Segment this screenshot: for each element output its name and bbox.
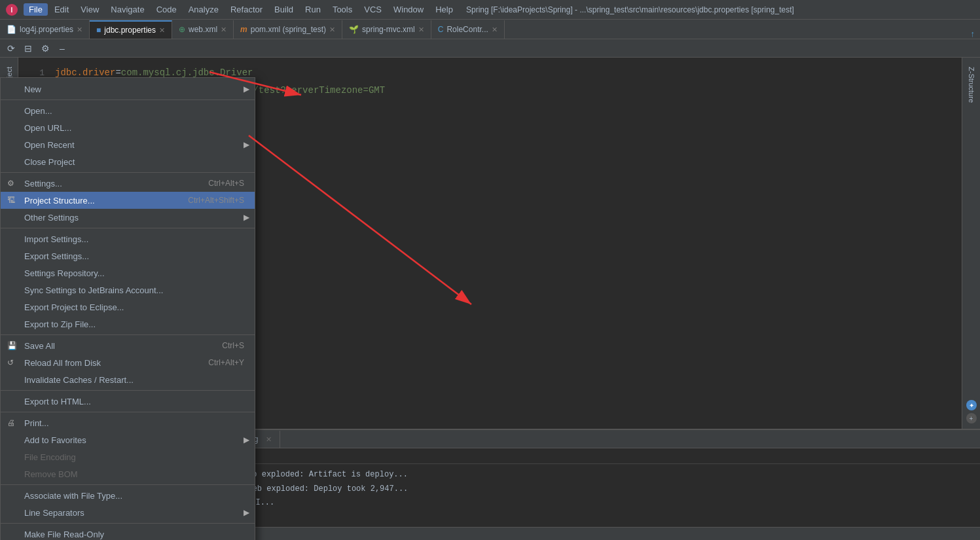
sync-icon[interactable]: ⟳ (4, 41, 18, 56)
tab-label-jdbc: jdbc.properties (104, 26, 156, 35)
settings-gear-icon[interactable]: ⚙ (38, 41, 52, 56)
menu-item-new[interactable]: New ▶ (1, 81, 255, 98)
menu-label-export-zip: Export to Zip File... (24, 319, 96, 329)
menu-window[interactable]: Window (388, 3, 429, 16)
menu-item-make-read-only[interactable]: Make File Read-Only (1, 526, 255, 540)
menu-item-export-eclipse[interactable]: Export Project to Eclipse... (1, 298, 255, 315)
menu-item-add-favorites[interactable]: Add to Favorites ▶ (1, 431, 255, 448)
menu-tools[interactable]: Tools (327, 3, 357, 16)
menu-item-project-structure[interactable]: 🏗 Project Structure... Ctrl+Alt+Shift+S (1, 192, 255, 209)
separator (1, 523, 255, 524)
menu-item-open-recent[interactable]: Open Recent ▶ (1, 136, 255, 153)
separator (1, 412, 255, 412)
tab-log4j[interactable]: 📄 log4j.properties ✕ (0, 20, 90, 39)
menu-navigate[interactable]: Navigate (105, 3, 149, 16)
menu-item-close-project[interactable]: Close Project (1, 153, 255, 170)
menu-item-invalidate[interactable]: Invalidate Caches / Restart... (1, 371, 255, 388)
shortcut-save-all: Ctrl+S (222, 341, 244, 350)
menu-label-settings: Settings... (24, 179, 62, 189)
main-area: 1:Project 1 jdbc.driver = com.mysql.cj.j… (0, 58, 980, 540)
plus-icon[interactable]: + (966, 413, 977, 423)
settings-icon: ⚙ (7, 179, 14, 188)
menu-refactor[interactable]: Refactor (225, 3, 268, 16)
menu-item-export-settings[interactable]: Export Settings... (1, 247, 255, 264)
menu-item-associate-file[interactable]: Associate with File Type... (1, 487, 255, 504)
menu-label-invalidate: Invalidate Caches / Restart... (24, 375, 134, 385)
window-title: Spring [F:\ideaProjects\Spring] - ...\sp… (466, 5, 794, 14)
tab-close-rolecontr[interactable]: ✕ (492, 26, 498, 34)
separator (1, 172, 255, 173)
menu-label-associate-file: Associate with File Type... (24, 491, 122, 501)
tab-rolecontr[interactable]: C RoleContr... ✕ (431, 20, 505, 39)
menu-label-other-settings: Other Settings (24, 213, 79, 223)
menu-analyze[interactable]: Analyze (183, 3, 224, 16)
tab-label-rolecontr: RoleContr... (446, 25, 488, 34)
tab-close-jdbc[interactable]: ✕ (159, 26, 165, 35)
arrow-new: ▶ (244, 84, 249, 94)
project-structure-icon: 🏗 (7, 196, 15, 205)
menu-item-line-sep[interactable]: Line Separators ▶ (1, 504, 255, 521)
menu-label-line-sep: Line Separators (24, 508, 84, 518)
arrow-line-sep: ▶ (244, 508, 249, 517)
menu-label-open-recent: Open Recent (24, 140, 75, 150)
tab-spring-mvc[interactable]: 🌱 spring-mvc.xml ✕ (342, 20, 431, 39)
svg-text:I: I (11, 7, 13, 14)
file-menu-panel: New ▶ Open... Open URL... Open Recent ▶ … (0, 77, 255, 540)
menu-label-make-read-only: Make File Read-Only (24, 530, 104, 539)
menu-item-remove-bom: Remove BOM (1, 465, 255, 482)
menu-build[interactable]: Build (269, 3, 299, 16)
right-side-panel: Z-Structure ✦ + (962, 58, 980, 429)
arrow-add-favorites: ▶ (244, 435, 249, 444)
menu-view[interactable]: View (75, 3, 104, 16)
menu-item-other-settings[interactable]: Other Settings ▶ (1, 209, 255, 226)
tab-close-spring-mvc[interactable]: ✕ (418, 26, 424, 34)
menu-label-close-project: Close Project (24, 157, 75, 167)
tab-close-log4j[interactable]: ✕ (77, 26, 82, 34)
editor-toolbar: ⟳ ⊟ ⚙ – (0, 39, 980, 58)
menu-label-settings-repo: Settings Repository... (24, 268, 105, 278)
menu-label-open: Open... (24, 106, 52, 116)
tab-pom[interactable]: m pom.xml (spring_test) ✕ (234, 20, 342, 39)
menu-label-export-html: Export to HTML... (24, 397, 91, 406)
menu-item-print[interactable]: 🖨 Print... (1, 414, 255, 431)
bookmark-icon[interactable]: ✦ (966, 400, 977, 410)
tab-webxml[interactable]: ⊕ web.xml ✕ (172, 20, 234, 39)
menu-run[interactable]: Run (300, 3, 326, 16)
tab-icon-rolecontr: C (438, 25, 444, 34)
menu-item-settings-repo[interactable]: Settings Repository... (1, 264, 255, 281)
tab-jdbc[interactable]: ■ jdbc.properties ✕ (90, 20, 172, 39)
title-bar: I File Edit View Navigate Code Analyze R… (0, 0, 980, 20)
shortcut-reload: Ctrl+Alt+Y (208, 358, 244, 367)
menu-item-open[interactable]: Open... (1, 102, 255, 119)
close-catalina-tab-icon[interactable]: ✕ (266, 435, 272, 444)
menu-edit[interactable]: Edit (49, 3, 74, 16)
tab-label-log4j: log4j.properties (20, 25, 73, 34)
menu-code[interactable]: Code (151, 3, 182, 16)
split-icon[interactable]: ⊟ (21, 41, 35, 56)
tab-icon-pom: m (240, 25, 247, 34)
menu-file[interactable]: File (24, 3, 48, 16)
structure-tab[interactable]: Z-Structure (968, 63, 975, 107)
shortcut-project-structure: Ctrl+Alt+Shift+S (188, 196, 244, 205)
minimize-icon[interactable]: – (55, 41, 69, 56)
menu-item-save-all[interactable]: 💾 Save All Ctrl+S (1, 337, 255, 354)
menu-item-import-settings[interactable]: Import Settings... (1, 230, 255, 247)
tab-close-webxml[interactable]: ✕ (221, 26, 227, 34)
menu-item-settings[interactable]: ⚙ Settings... Ctrl+Alt+S (1, 175, 255, 192)
menu-label-import-settings: Import Settings... (24, 234, 88, 244)
menu-vcs[interactable]: VCS (359, 3, 387, 16)
vcs-icon: ↑ (971, 29, 975, 39)
shortcut-settings: Ctrl+Alt+S (208, 179, 244, 188)
menu-help[interactable]: Help (430, 3, 458, 16)
menu-label-file-encoding: File Encoding (24, 452, 76, 462)
menu-label-print: Print... (24, 418, 49, 428)
menu-item-open-url[interactable]: Open URL... (1, 119, 255, 136)
tab-close-pom[interactable]: ✕ (329, 26, 335, 34)
menu-item-reload[interactable]: ↺ Reload All from Disk Ctrl+Alt+Y (1, 354, 255, 371)
menu-item-export-zip[interactable]: Export to Zip File... (1, 315, 255, 333)
menu-item-file-encoding: File Encoding (1, 448, 255, 465)
menu-item-export-html[interactable]: Export to HTML... (1, 393, 255, 410)
menu-item-sync-settings[interactable]: Sync Settings to JetBrains Account... (1, 281, 255, 298)
separator (1, 390, 255, 391)
tab-icon-log4j: 📄 (7, 25, 16, 34)
